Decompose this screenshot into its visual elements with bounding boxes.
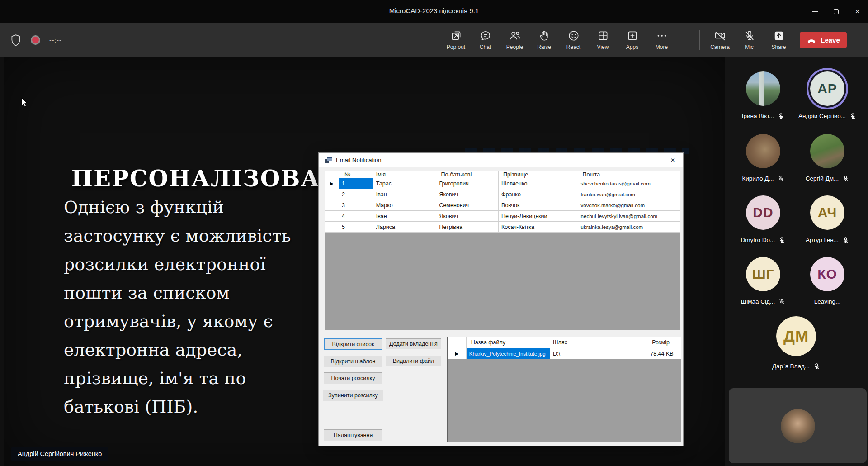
more-button[interactable]: More [647, 23, 676, 57]
participant-photo-avatar [810, 134, 844, 168]
participant-tile[interactable]: Ірина Вікт... [727, 71, 799, 119]
participant-tile[interactable]: ДМ Дар`я Влад... [760, 316, 832, 370]
col-header-middle-name[interactable]: По-батькові [436, 171, 499, 178]
mic-label: Mic [745, 44, 754, 50]
cell-middle-name[interactable]: Григорович [436, 178, 499, 189]
mic-muted-icon [813, 363, 820, 370]
cell-last-name[interactable]: Нечуй-Левицький [499, 211, 578, 221]
cell-first-name[interactable]: Лариса [373, 222, 437, 232]
share-button[interactable]: Share [764, 23, 793, 57]
cell-num[interactable]: 4 [339, 211, 373, 221]
attachments-grid: Назва файлу Шлях Розмір ▶ Kharkiv_Polyte… [447, 337, 681, 442]
col-header-file-name[interactable]: Назва файлу [467, 337, 550, 348]
people-button[interactable]: People [500, 23, 529, 57]
leave-button[interactable]: Leave [800, 32, 847, 48]
row-selector[interactable] [325, 222, 339, 232]
cell-first-name[interactable]: Тарас [373, 178, 437, 189]
shared-screen-stage: ПЕРСОНАЛІЗОВАНА РОЗСИЛКА Однією з функці… [4, 57, 725, 466]
view-button[interactable]: View [588, 23, 618, 57]
cell-last-name[interactable]: Франко [499, 189, 578, 200]
camera-label: Camera [710, 44, 730, 50]
col-header-email[interactable]: Пошта [578, 171, 680, 178]
meeting-toolbar: --:-- Pop out Chat People Raise React [0, 23, 868, 57]
row-selector[interactable] [325, 211, 339, 221]
participant-tile[interactable]: АР Андрій Сергійо... [791, 71, 863, 119]
cell-email[interactable]: nechui-levytskyi.ivan@gmail.com [578, 211, 680, 221]
slide-body-line: пошти за списком [64, 279, 308, 307]
close-button[interactable]: ✕ [847, 0, 868, 23]
raise-button[interactable]: Raise [529, 23, 559, 57]
minimize-button[interactable] [804, 0, 826, 23]
col-header-file-path[interactable]: Шлях [550, 337, 647, 348]
row-selector[interactable]: ▶ [325, 178, 339, 189]
view-label: View [597, 44, 609, 50]
settings-button[interactable]: Налаштування [324, 429, 382, 441]
cell-middle-name[interactable]: Семенович [436, 200, 499, 210]
mic-muted-icon [842, 175, 849, 182]
start-mailing-button[interactable]: Почати розсилку [324, 372, 382, 384]
cell-last-name[interactable]: Шевченко [499, 178, 578, 189]
cell-email[interactable]: vovchok.marko@gmail.com [578, 200, 680, 210]
participant-tile[interactable]: Кирило Д... [727, 134, 799, 182]
participant-tile[interactable]: АЧ Артур Ген... [791, 195, 863, 243]
col-header-first-name[interactable]: Ім'я [373, 171, 437, 178]
cell-num[interactable]: 2 [339, 189, 373, 200]
email-minimize-button[interactable] [621, 153, 642, 167]
cell-last-name[interactable]: Косач-Квітка [499, 222, 578, 232]
mic-muted-icon [778, 113, 784, 119]
col-header-file-size[interactable]: Розмір [647, 337, 681, 348]
avatar-initials: АР [817, 81, 837, 96]
add-attachment-button[interactable]: Додати вкладення [386, 338, 441, 349]
cell-middle-name[interactable]: Петрівна [436, 222, 499, 232]
cell-num[interactable]: 3 [339, 200, 373, 210]
email-close-button[interactable]: ✕ [662, 153, 683, 167]
cell-first-name[interactable]: Іван [373, 189, 437, 200]
slide-body-line: Однією з функцій [64, 193, 308, 222]
maximize-button[interactable] [826, 0, 847, 23]
participant-tile[interactable]: DD Dmytro Do... [727, 195, 799, 243]
participant-initials-avatar: ШГ [746, 257, 780, 291]
people-label: People [506, 44, 523, 50]
email-window-titlebar[interactable]: Email Notification ✕ [319, 153, 683, 167]
apps-button[interactable]: Apps [618, 23, 647, 57]
cell-middle-name[interactable]: Якович [436, 189, 499, 200]
cell-file-path[interactable]: D:\ [550, 348, 647, 359]
cell-first-name[interactable]: Іван [373, 211, 437, 221]
col-header-last-name[interactable]: Прізвище [499, 171, 578, 178]
react-button[interactable]: React [559, 23, 588, 57]
apps-plus-icon [627, 30, 638, 42]
current-row-arrow-icon: ▶ [330, 181, 334, 186]
participant-tile[interactable]: ШГ Шімаа Сід... [727, 257, 799, 305]
row-selector[interactable] [325, 200, 339, 210]
cell-email[interactable]: ukrainka.lesya@gmail.com [578, 222, 680, 232]
cell-file-size[interactable]: 78.44 KB [647, 348, 681, 359]
chat-label: Chat [480, 44, 491, 50]
participant-tile[interactable]: КО Leaving... [791, 257, 863, 305]
mic-muted-icon [778, 175, 784, 182]
chat-button[interactable]: Chat [471, 23, 500, 57]
mic-button[interactable]: Mic [735, 23, 764, 57]
camera-off-icon [714, 30, 726, 42]
self-video-tile[interactable] [729, 388, 867, 463]
cell-last-name[interactable]: Вовчок [499, 200, 578, 210]
open-list-button[interactable]: Відкрити список [324, 338, 382, 350]
cell-num[interactable]: 5 [339, 222, 373, 232]
stop-mailing-button[interactable]: Зупинити розсилку [323, 390, 383, 401]
cell-middle-name[interactable]: Якович [436, 211, 499, 221]
row-selector[interactable] [325, 189, 339, 200]
cell-first-name[interactable]: Марко [373, 200, 437, 210]
popout-button[interactable]: Pop out [441, 23, 471, 57]
cell-file-name[interactable]: Kharkiv_Polytechnic_Institute.jpg [467, 348, 550, 359]
cell-email[interactable]: shevchenko.taras@gmail.com [578, 178, 680, 189]
camera-button[interactable]: Camera [705, 23, 735, 57]
cell-num[interactable]: 1 [339, 178, 373, 189]
open-template-button[interactable]: Відкрити шаблон [324, 356, 382, 367]
delete-file-button[interactable]: Видалити файл [386, 356, 441, 366]
slide-body-text: Однією з функцій застосунку є можливість… [64, 193, 308, 421]
participant-tile[interactable]: Сергій Дм... [791, 134, 863, 182]
email-maximize-button[interactable] [642, 153, 662, 167]
row-selector[interactable]: ▶ [448, 348, 467, 359]
col-header-num[interactable]: № [339, 171, 373, 178]
mic-off-icon [744, 30, 755, 42]
cell-email[interactable]: franko.ivan@gmail.com [578, 189, 680, 200]
